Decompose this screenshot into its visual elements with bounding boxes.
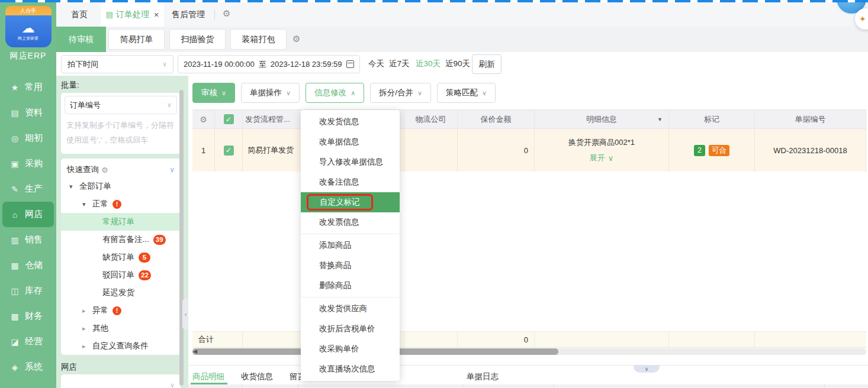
menu-item-change-livestream-info[interactable]: 改直播场次信息	[301, 359, 400, 379]
node-open-icon[interactable]: ▾	[82, 201, 89, 208]
menu-item-add-product[interactable]: 添加商品	[301, 235, 400, 256]
subtab-packing[interactable]: 装箱打包	[230, 29, 287, 50]
date-field-select[interactable]: 拍下时间 ∨	[61, 55, 173, 73]
detail-product: 换货开票商品002*1	[568, 137, 635, 148]
split-merge-button[interactable]: 拆分/合并 ∨	[370, 83, 431, 103]
tree-item-rejected-orders[interactable]: 驳回订单 22	[61, 266, 181, 284]
menu-item-replace-product[interactable]: 替换商品	[301, 256, 400, 276]
detail-collapse-pill[interactable]: ∨	[634, 365, 660, 373]
panel-scrollbar[interactable]	[179, 90, 184, 386]
menu-item-change-shipping-info[interactable]: 改发货信息	[301, 112, 400, 132]
tree-item-custom-conditions[interactable]: ▸ 自定义查询条件	[61, 337, 181, 355]
subtab-pending-review[interactable]: 待审核	[56, 27, 106, 52]
chevron-down-icon[interactable]: ∨	[169, 166, 175, 174]
gear-icon[interactable]: ⚙	[200, 115, 207, 124]
node-closed-icon[interactable]: ▸	[82, 342, 89, 350]
gear-icon[interactable]: ⚙	[223, 8, 230, 19]
clipboard-icon: ▤	[106, 10, 113, 19]
quick-range-90d[interactable]: 近90天	[445, 59, 470, 69]
mergeable-badge[interactable]: 可合	[709, 145, 729, 156]
tree-item-stockout-orders[interactable]: 缺货订单 5	[61, 248, 181, 266]
tab-home[interactable]: 首页	[71, 2, 88, 27]
horizontal-scrollbar[interactable]: ◀	[192, 348, 866, 355]
sidebar-item-ziliao[interactable]: ▤ 资料	[0, 100, 56, 125]
batch-field-select[interactable]: 订单编号 ∨	[65, 96, 177, 114]
node-open-icon[interactable]: ▾	[69, 183, 76, 190]
row-checkbox-cell[interactable]: ✓	[215, 129, 243, 172]
system-icon: ◈	[9, 363, 20, 372]
sidebar-item-cangchu[interactable]: ▦ 仓储	[0, 253, 56, 278]
sidebar-item-jingying[interactable]: ◪ 经营	[0, 329, 56, 354]
menu-item-change-remark[interactable]: 改备注信息	[301, 172, 400, 192]
shop-section-label: 网店	[61, 362, 77, 373]
tab-after-sales[interactable]: 售后管理	[172, 2, 205, 27]
tree-item-abnormal[interactable]: ▸ 异常 !	[61, 302, 181, 319]
app-logo[interactable]: 人合手 ☁ 网上管家婆	[5, 6, 52, 47]
tree-item-all-orders[interactable]: ▾ 全部订单	[61, 177, 181, 195]
sidebar-item-wangdian[interactable]: ⌂ 网店	[2, 202, 54, 227]
refresh-button[interactable]: 刷新	[472, 54, 501, 74]
batch-placeholder-line1: 支持复制多个订单编号，分隔符	[66, 118, 175, 132]
node-closed-icon[interactable]: ▸	[82, 325, 89, 332]
node-closed-icon[interactable]: ▸	[82, 307, 89, 315]
count-badge: 5	[139, 253, 150, 263]
mark-count-badge[interactable]: 2	[694, 145, 705, 156]
header-mark[interactable]: 标记	[669, 110, 755, 128]
header-detail-info[interactable]: 明细信息 ▼	[535, 110, 669, 128]
menu-item-change-purchase-price[interactable]: 改采购单价	[301, 339, 400, 359]
tab-order-processing[interactable]: ▤ 订单处理 ×	[101, 2, 164, 27]
batch-textarea[interactable]: 支持复制多个订单编号，分隔符 使用逗号','，空格或回车	[65, 114, 177, 147]
shop-select[interactable]: ∨	[61, 374, 181, 388]
header-order-no[interactable]: 单据编号	[755, 110, 866, 128]
finance-icon: ▩	[9, 312, 20, 321]
menu-item-change-discount-price[interactable]: 改折后含税单价	[301, 319, 400, 339]
detail-tab-log[interactable]: 单据日志	[467, 371, 499, 382]
strategy-match-button[interactable]: 策略匹配 ∨	[437, 83, 496, 103]
tree-item-with-message[interactable]: 有留言备注... 39	[61, 231, 181, 248]
sidebar-item-changyong[interactable]: ★ 常用	[0, 75, 56, 100]
header-insured-amount[interactable]: 保价金额	[458, 110, 535, 128]
tree-item-delayed-shipment[interactable]: 延迟发货	[61, 284, 181, 302]
menu-item-import-modify-document[interactable]: 导入修改单据信息	[301, 152, 400, 172]
sidebar-item-caiwu[interactable]: ▩ 财务	[0, 303, 56, 329]
sidebar-item-shengchan[interactable]: ✎ 生产	[0, 176, 56, 202]
menu-item-custom-mark[interactable]: 自定义标记	[301, 192, 400, 212]
tree-item-normal[interactable]: ▾ 正常 !	[61, 195, 181, 213]
sidebar-item-xiaoshou[interactable]: ▥ 销售	[0, 227, 56, 253]
info-modify-button[interactable]: 信息修改 ∧	[306, 83, 364, 103]
subtab-scan-check[interactable]: 扫描验货	[169, 29, 226, 50]
sidebar-item-qichu[interactable]: ◎ 期初	[0, 125, 56, 151]
filter-icon[interactable]: ▼	[657, 117, 663, 122]
close-icon[interactable]: ×	[154, 10, 159, 20]
select-all-checkbox[interactable]: ✓	[224, 114, 234, 124]
gear-icon[interactable]: ⚙	[101, 166, 108, 174]
row-checkbox[interactable]: ✓	[224, 146, 234, 156]
menu-item-change-invoice-info[interactable]: 改发票信息	[301, 212, 400, 232]
detail-tab-receiver[interactable]: 收货信息	[241, 371, 273, 382]
sidebar-item-caigou[interactable]: ▣ 采购	[0, 151, 56, 176]
tree-item-other[interactable]: ▸ 其他	[61, 319, 181, 337]
menu-item-change-document-info[interactable]: 改单据信息	[301, 132, 400, 152]
document-actions-button[interactable]: 单据操作 ∨	[241, 83, 300, 103]
detail-tab-product[interactable]: 商品明细	[192, 371, 224, 382]
quick-range-7d[interactable]: 近7天	[389, 59, 410, 69]
panel-collapse-handle[interactable]: ‹	[182, 299, 188, 329]
expand-link[interactable]: 展开 ∨	[590, 153, 614, 163]
subtab-simple-print[interactable]: 简易打单	[108, 29, 165, 50]
gear-icon[interactable]: ⚙	[292, 34, 300, 44]
header-logistics[interactable]: 物流公司	[404, 110, 458, 128]
audit-button[interactable]: 审核 ∨	[192, 83, 235, 103]
sidebar-item-xitong[interactable]: ◈ 系统	[0, 354, 56, 380]
table-row[interactable]: 1 ✓ 简易打单发货 0 换货开票商品002*1 展开 ∨ 2 可合 W	[192, 129, 866, 172]
tree-item-regular-orders[interactable]: 常规订单	[61, 213, 181, 231]
batch-card: 订单编号 ∨ 支持复制多个订单编号，分隔符 使用逗号','，空格或回车	[61, 93, 181, 154]
sidebar-item-kucun[interactable]: ◫ 库存	[0, 278, 56, 303]
select-all-header[interactable]: ✓	[215, 110, 243, 128]
menu-item-delete-product[interactable]: 删除商品	[301, 276, 400, 296]
date-range-input[interactable]: 2023-11-19 00:00:00 至 2023-12-18 23:59:5…	[178, 55, 360, 73]
batch-label: 批量:	[61, 80, 79, 90]
quick-range-today[interactable]: 今天	[368, 59, 384, 69]
menu-item-change-supplier[interactable]: 改发货供应商	[301, 299, 400, 319]
quick-range-30d[interactable]: 近30天	[416, 59, 441, 69]
column-settings-header[interactable]: ⚙	[192, 110, 215, 128]
